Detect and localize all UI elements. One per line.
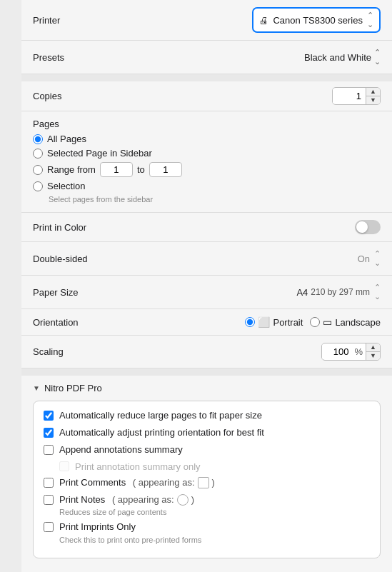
printer-row: Printer 🖨 Canon TS8300 series ⌃⌄ xyxy=(21,0,392,41)
nitro-header[interactable]: ▼ Nitro PDF Pro xyxy=(33,383,381,393)
pages-label: Pages xyxy=(33,119,381,129)
radio-sidebar[interactable] xyxy=(33,149,43,159)
scaling-label: Scaling xyxy=(33,346,64,357)
portrait-label: Portrait xyxy=(273,317,303,328)
presets-row: Presets Black and White ⌃⌄ xyxy=(21,41,392,74)
copies-input[interactable] xyxy=(333,89,366,104)
auto-orient-label: Automatically adjust printing orientatio… xyxy=(59,427,264,439)
section-gap-2 xyxy=(21,368,392,376)
appearing-close-paren-notes: ) xyxy=(191,494,194,506)
scaling-arrows: ▲ ▼ xyxy=(366,343,380,360)
print-color-label: Print in Color xyxy=(33,222,86,233)
landscape-icon: ▭ xyxy=(323,316,332,328)
radio-selection-label: Selection xyxy=(47,181,85,191)
print-imprints-checkbox[interactable] xyxy=(44,522,54,532)
printer-arrow-icon: ⌃⌄ xyxy=(367,11,373,29)
scaling-input[interactable] xyxy=(322,344,352,359)
scaling-decrement[interactable]: ▼ xyxy=(366,352,380,360)
double-sided-row: Double-sided On ⌃⌄ xyxy=(21,242,392,276)
appearing-close-paren: ) xyxy=(212,477,215,489)
range-to-input[interactable] xyxy=(149,162,182,177)
double-sided-arrow-icon: ⌃⌄ xyxy=(374,249,381,268)
print-imprints-hint: Check this to print onto pre-printed for… xyxy=(59,536,370,544)
copies-row: Copies ▲ ▼ xyxy=(21,81,392,111)
section-gap-1 xyxy=(21,74,392,81)
copies-decrement[interactable]: ▼ xyxy=(366,96,380,104)
radio-portrait[interactable] xyxy=(245,317,255,327)
print-notes-label: Print Notes ( appearing as: ) xyxy=(59,494,194,506)
copies-label: Copies xyxy=(33,91,61,101)
nitro-box: Automatically reduce large pages to fit … xyxy=(33,401,381,558)
landscape-label: Landscape xyxy=(335,317,381,328)
range-from-input[interactable] xyxy=(100,162,133,177)
print-comments-checkbox[interactable] xyxy=(44,478,54,488)
radio-range[interactable] xyxy=(33,165,43,175)
print-color-row: Print in Color xyxy=(21,213,392,242)
sidebar-hint: Select pages from the sidebar xyxy=(49,195,381,204)
orientation-controls: ⬜ Portrait ▭ Landscape xyxy=(245,316,381,328)
scaling-stepper[interactable]: % ▲ ▼ xyxy=(321,343,381,361)
scaling-percent: % xyxy=(352,344,366,359)
radio-range-label: Range from xyxy=(47,164,96,175)
auto-orient-row: Automatically adjust printing orientatio… xyxy=(44,427,370,439)
presets-label: Presets xyxy=(33,52,64,63)
print-notes-hint: Reduces size of page contents xyxy=(59,508,370,516)
appearing-circle-icon xyxy=(177,494,189,506)
landscape-option[interactable]: ▭ Landscape xyxy=(310,316,381,328)
print-notes-appearing: ( appearing as: ) xyxy=(112,494,194,506)
paper-size-select[interactable]: A4 210 by 297 mm ⌃⌄ xyxy=(296,283,381,301)
double-sided-label: Double-sided xyxy=(33,254,88,264)
nitro-title: Nitro PDF Pro xyxy=(44,383,102,393)
print-notes-row: Print Notes ( appearing as: ) xyxy=(44,494,370,506)
paper-size-row: Paper Size A4 210 by 297 mm ⌃⌄ xyxy=(21,276,392,309)
paper-size-dimensions: 210 by 297 mm xyxy=(311,287,370,297)
print-ann-only-label: Print annotation summary only xyxy=(75,461,201,472)
range-to-label: to xyxy=(137,164,145,175)
paper-size-label: Paper Size xyxy=(33,287,79,298)
auto-orient-checkbox[interactable] xyxy=(44,428,54,438)
append-ann-checkbox[interactable] xyxy=(44,445,54,455)
auto-reduce-label: Automatically reduce large pages to fit … xyxy=(59,410,262,422)
radio-sidebar-label: Selected Page in Sidebar xyxy=(47,148,152,159)
double-sided-value: On xyxy=(358,254,370,264)
radio-selection[interactable] xyxy=(33,181,43,191)
presets-select[interactable]: Black and White ⌃⌄ xyxy=(304,48,381,66)
printer-select[interactable]: 🖨 Canon TS8300 series ⌃⌄ xyxy=(252,7,381,33)
radio-all-pages[interactable] xyxy=(33,134,43,144)
portrait-icon: ⬜ xyxy=(258,316,270,328)
print-imprints-row: Print Imprints Only xyxy=(44,521,370,533)
paper-size-value: A4 xyxy=(296,287,308,298)
radio-row-selection: Selection xyxy=(33,181,381,191)
orientation-label: Orientation xyxy=(33,317,79,328)
presets-arrow-icon: ⌃⌄ xyxy=(374,48,381,66)
print-notes-checkbox[interactable] xyxy=(44,495,54,505)
print-comments-row: Print Comments ( appearing as: ) xyxy=(44,477,370,489)
appearing-open-paren: ( appearing as: xyxy=(133,477,195,489)
orientation-row: Orientation ⬜ Portrait ▭ Landscape xyxy=(21,309,392,336)
print-color-toggle[interactable] xyxy=(355,220,381,234)
presets-value: Black and White xyxy=(304,52,371,63)
portrait-option[interactable]: ⬜ Portrait xyxy=(245,316,303,328)
print-comments-label: Print Comments ( appearing as: ) xyxy=(59,477,215,489)
printer-icon: 🖨 xyxy=(259,15,268,26)
radio-all-pages-label: All Pages xyxy=(47,134,86,144)
nitro-chevron-icon: ▼ xyxy=(33,384,40,392)
scaling-row: Scaling % ▲ ▼ xyxy=(21,336,392,368)
double-sided-control[interactable]: On ⌃⌄ xyxy=(358,249,381,268)
appearing-box-icon xyxy=(198,477,209,488)
pages-section: Pages All Pages Selected Page in Sidebar… xyxy=(21,111,392,213)
copies-increment[interactable]: ▲ xyxy=(366,88,380,96)
print-comments-appearing: ( appearing as: ) xyxy=(133,477,215,489)
copies-arrows: ▲ ▼ xyxy=(366,88,380,104)
scaling-increment[interactable]: ▲ xyxy=(366,343,380,352)
append-ann-label: Append annotations summary xyxy=(59,444,183,456)
auto-reduce-checkbox[interactable] xyxy=(44,411,54,421)
copies-stepper[interactable]: ▲ ▼ xyxy=(332,87,381,105)
print-ann-only-checkbox xyxy=(59,461,69,471)
auto-reduce-row: Automatically reduce large pages to fit … xyxy=(44,410,370,422)
print-ann-only-row: Print annotation summary only xyxy=(59,461,370,472)
printer-value: Canon TS8300 series xyxy=(273,15,363,26)
printer-label: Printer xyxy=(33,15,60,26)
radio-landscape[interactable] xyxy=(310,317,320,327)
radio-row-sidebar: Selected Page in Sidebar xyxy=(33,148,381,159)
